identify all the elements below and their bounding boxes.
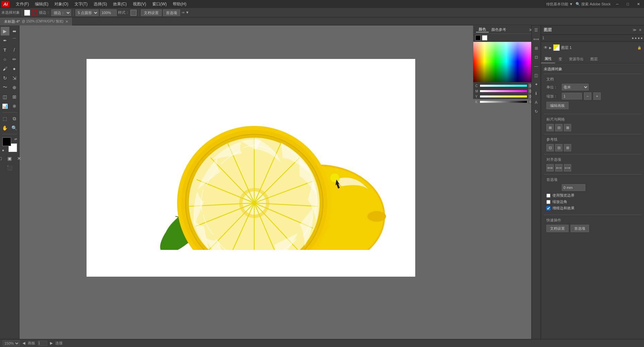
scale-up-btn[interactable]: +	[593, 92, 601, 100]
doc-setup-button[interactable]: 文档设置	[141, 9, 162, 16]
preview-bounds-check[interactable]	[546, 194, 550, 198]
close-btn[interactable]: ✕	[634, 1, 643, 7]
rib-stroke-btn[interactable]: —	[532, 62, 540, 70]
scale-input[interactable]	[562, 93, 582, 99]
style-swatch[interactable]	[130, 10, 137, 16]
grid-btn[interactable]: ⊟	[555, 124, 562, 131]
shape-builder-tool[interactable]: ⊕	[10, 83, 19, 92]
reset-colors-btn[interactable]: ■	[2, 149, 4, 152]
preferences-button[interactable]: 首选项	[163, 9, 180, 16]
nav-prev-btn[interactable]: ◀	[22, 341, 25, 345]
scale-tool[interactable]: ⇲	[10, 74, 19, 82]
m-slider[interactable]	[480, 90, 527, 92]
quick-prefs-btn[interactable]: 首选项	[571, 225, 589, 232]
quick-doc-setup-btn[interactable]: 文档设置	[546, 225, 569, 232]
margin-input[interactable]	[562, 184, 585, 191]
color-tab[interactable]: 颜色	[476, 27, 489, 32]
rib-pathfinder-btn[interactable]: ⊡	[532, 53, 540, 61]
rib-gradient-btn[interactable]: ◫	[532, 71, 540, 79]
layer-1-visibility[interactable]: 👁	[544, 45, 548, 50]
minimize-btn[interactable]: ─	[613, 1, 622, 7]
pen-tool[interactable]: ✒	[1, 36, 9, 45]
menu-object[interactable]: 对象(O)	[52, 1, 71, 8]
mesh-tool[interactable]: ⊞	[10, 92, 19, 101]
snap-btn-1[interactable]: ⟺	[546, 164, 554, 171]
rib-transform-btn[interactable]: ⊞	[532, 44, 540, 52]
snap-btn-2[interactable]: ⟻	[555, 164, 562, 171]
tab-properties[interactable]: 属性	[541, 55, 555, 63]
menu-text[interactable]: 文字(T)	[72, 1, 90, 8]
swap-colors-btn[interactable]: ⇄	[14, 137, 17, 141]
guide-btn-3[interactable]: ⊞	[564, 144, 571, 151]
stroke-swatch[interactable]	[32, 10, 38, 16]
foreground-color-swatch[interactable]	[2, 137, 11, 146]
direct-select-tool[interactable]: ⬌	[10, 27, 19, 36]
snap-btn-3[interactable]: ⟼	[564, 164, 571, 171]
brush-select[interactable]: 5 点圆形	[75, 9, 99, 16]
hand-tool[interactable]: ✋	[1, 124, 9, 132]
rib-char-btn[interactable]: A	[532, 98, 540, 107]
gradient-tool[interactable]: ◫	[1, 92, 9, 101]
menu-file[interactable]: 文件(F)	[13, 1, 32, 8]
c-slider[interactable]	[480, 85, 527, 87]
zoom-select[interactable]: 150% 100% 50%	[3, 340, 20, 346]
symbol-tool[interactable]: ※	[10, 102, 19, 111]
layer-1-lock[interactable]: 🔒	[637, 46, 641, 50]
maximize-btn[interactable]: □	[624, 1, 632, 7]
rotate-tool[interactable]: ↻	[1, 74, 9, 82]
k-slider[interactable]	[480, 101, 527, 103]
slice-tool[interactable]: ⧉	[10, 114, 19, 123]
y-slider[interactable]	[480, 95, 527, 97]
guides-btn[interactable]: ⊠	[564, 124, 571, 131]
menu-view[interactable]: 视图(V)	[130, 1, 149, 8]
select-tool[interactable]: ▶	[1, 27, 9, 36]
menu-window[interactable]: 窗口(W)	[150, 1, 169, 8]
search-bar[interactable]: 🔍 搜索 Adobe Stock	[576, 2, 611, 7]
edit-canvas-btn[interactable]: 编辑画板	[546, 102, 569, 109]
brush-tool[interactable]: 🖌	[1, 64, 9, 73]
rib-info-btn[interactable]: ℹ	[532, 89, 540, 97]
tab-transform[interactable]: 变	[555, 55, 566, 63]
ellipse-tool[interactable]: ○	[1, 55, 9, 64]
none-mode-btn[interactable]: ✕	[15, 154, 23, 163]
opacity-input[interactable]	[100, 9, 117, 16]
layers-menu-btn[interactable]: ≡	[639, 28, 641, 32]
type-tool[interactable]: T	[1, 46, 9, 54]
white-swatch[interactable]	[482, 35, 487, 41]
nav-next-btn[interactable]: ▶	[50, 341, 53, 345]
layer-1-expand[interactable]: ▶	[549, 46, 552, 50]
fill-swatch[interactable]	[24, 10, 30, 16]
menu-help[interactable]: 帮助(H)	[170, 1, 189, 8]
rib-appearance-btn[interactable]: ✦	[532, 80, 540, 88]
artboard-num[interactable]	[38, 341, 47, 346]
line-tool[interactable]: /	[10, 46, 19, 54]
zoom-tool[interactable]: 🔍	[10, 124, 19, 132]
unit-select[interactable]: 毫米	[562, 84, 589, 90]
screen-mode-btn[interactable]: ⬛	[5, 163, 14, 172]
gradient-mode-btn[interactable]: ▣	[5, 154, 14, 163]
guide-btn-2[interactable]: ⊟	[555, 144, 562, 151]
tab-layers[interactable]: 图层	[587, 55, 601, 63]
guide-btn-1[interactable]: ⊡	[546, 144, 554, 151]
menu-effect[interactable]: 效果(C)	[110, 1, 129, 8]
black-swatch[interactable]	[475, 35, 481, 41]
canvas-area[interactable]	[19, 25, 540, 339]
layer-1-row[interactable]: 👁 ▶ 图层 1 🔒	[541, 43, 644, 52]
layers-expand-btn[interactable]: ≫	[633, 28, 637, 32]
blob-brush-tool[interactable]: ●	[10, 64, 19, 73]
ruler-btn[interactable]: ⊞	[546, 124, 554, 131]
doc-tab-item[interactable]: 未标题-4* @ 150% (CMYK/GPU 预览) ✕	[0, 17, 72, 25]
chart-tool[interactable]: 📊	[1, 102, 9, 111]
stroke-options[interactable]: 描边：	[51, 9, 71, 16]
scale-corners-check[interactable]	[546, 200, 550, 204]
menu-select[interactable]: 选择(S)	[91, 1, 110, 8]
tab-asset-export[interactable]: 资源导出	[566, 55, 587, 63]
menu-edit[interactable]: 编辑(E)	[32, 1, 51, 8]
artboard-tool[interactable]: ⬚	[1, 114, 9, 123]
curvature-tool[interactable]: ⌒	[10, 36, 19, 45]
scale-down-btn[interactable]: −	[584, 92, 591, 100]
color-ref-tab[interactable]: 颜色参考	[489, 27, 509, 32]
scale-effects-check[interactable]	[546, 206, 550, 210]
color-gradient-area[interactable]	[473, 42, 540, 82]
doc-tab-close-btn[interactable]: ✕	[65, 20, 68, 23]
